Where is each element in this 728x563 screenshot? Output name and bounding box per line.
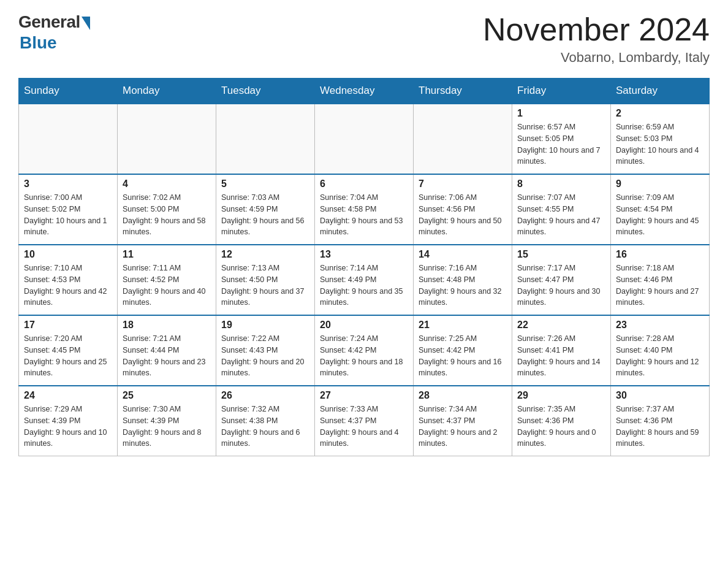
calendar-cell: 29Sunrise: 7:35 AM Sunset: 4:36 PM Dayli… bbox=[512, 386, 611, 456]
day-number: 6 bbox=[320, 178, 408, 190]
calendar-cell bbox=[414, 104, 512, 174]
calendar-cell: 5Sunrise: 7:03 AM Sunset: 4:59 PM Daylig… bbox=[216, 174, 315, 245]
calendar-day-header: Thursday bbox=[414, 79, 512, 104]
day-info: Sunrise: 7:03 AM Sunset: 4:59 PM Dayligh… bbox=[221, 192, 309, 238]
calendar-cell: 16Sunrise: 7:18 AM Sunset: 4:46 PM Dayli… bbox=[611, 245, 710, 315]
day-info: Sunrise: 7:20 AM Sunset: 4:45 PM Dayligh… bbox=[24, 333, 112, 379]
calendar-cell bbox=[315, 104, 414, 174]
calendar-day-header: Sunday bbox=[19, 79, 118, 104]
calendar-cell: 15Sunrise: 7:17 AM Sunset: 4:47 PM Dayli… bbox=[512, 245, 611, 315]
calendar-cell: 20Sunrise: 7:24 AM Sunset: 4:42 PM Dayli… bbox=[315, 315, 414, 386]
day-info: Sunrise: 7:16 AM Sunset: 4:48 PM Dayligh… bbox=[419, 262, 507, 308]
day-number: 23 bbox=[616, 320, 704, 331]
title-block: November 2024 Vobarno, Lombardy, Italy bbox=[483, 12, 710, 66]
calendar-day-header: Monday bbox=[118, 79, 216, 104]
day-info: Sunrise: 7:17 AM Sunset: 4:47 PM Dayligh… bbox=[517, 262, 605, 308]
calendar-day-header: Saturday bbox=[611, 79, 710, 104]
calendar-cell: 4Sunrise: 7:02 AM Sunset: 5:00 PM Daylig… bbox=[118, 174, 216, 245]
day-number: 20 bbox=[320, 320, 408, 331]
day-number: 18 bbox=[123, 320, 211, 331]
day-info: Sunrise: 7:10 AM Sunset: 4:53 PM Dayligh… bbox=[24, 262, 112, 308]
day-number: 27 bbox=[320, 390, 408, 401]
day-info: Sunrise: 7:30 AM Sunset: 4:39 PM Dayligh… bbox=[123, 404, 211, 450]
day-info: Sunrise: 6:57 AM Sunset: 5:05 PM Dayligh… bbox=[517, 121, 605, 167]
day-info: Sunrise: 7:21 AM Sunset: 4:44 PM Dayligh… bbox=[123, 333, 211, 379]
day-number: 1 bbox=[517, 108, 605, 119]
day-number: 25 bbox=[123, 390, 211, 401]
calendar-cell: 1Sunrise: 6:57 AM Sunset: 5:05 PM Daylig… bbox=[512, 104, 611, 174]
calendar-cell: 9Sunrise: 7:09 AM Sunset: 4:54 PM Daylig… bbox=[611, 174, 710, 245]
calendar-cell bbox=[19, 104, 118, 174]
calendar-cell: 12Sunrise: 7:13 AM Sunset: 4:50 PM Dayli… bbox=[216, 245, 315, 315]
calendar-day-header: Friday bbox=[512, 79, 611, 104]
day-number: 8 bbox=[517, 178, 605, 190]
calendar-cell: 11Sunrise: 7:11 AM Sunset: 4:52 PM Dayli… bbox=[118, 245, 216, 315]
day-number: 16 bbox=[616, 249, 704, 260]
calendar-day-header: Tuesday bbox=[216, 79, 315, 104]
day-number: 24 bbox=[24, 390, 112, 401]
day-number: 22 bbox=[517, 320, 605, 331]
day-info: Sunrise: 7:26 AM Sunset: 4:41 PM Dayligh… bbox=[517, 333, 605, 379]
day-number: 26 bbox=[221, 390, 309, 401]
day-info: Sunrise: 7:29 AM Sunset: 4:39 PM Dayligh… bbox=[24, 404, 112, 450]
day-number: 2 bbox=[616, 108, 704, 119]
day-info: Sunrise: 7:09 AM Sunset: 4:54 PM Dayligh… bbox=[616, 192, 704, 238]
calendar-cell: 21Sunrise: 7:25 AM Sunset: 4:42 PM Dayli… bbox=[414, 315, 512, 386]
calendar-table: SundayMondayTuesdayWednesdayThursdayFrid… bbox=[18, 78, 710, 456]
calendar-cell: 7Sunrise: 7:06 AM Sunset: 4:56 PM Daylig… bbox=[414, 174, 512, 245]
logo-blue-text: Blue bbox=[20, 33, 57, 53]
calendar-cell: 22Sunrise: 7:26 AM Sunset: 4:41 PM Dayli… bbox=[512, 315, 611, 386]
calendar-cell: 30Sunrise: 7:37 AM Sunset: 4:36 PM Dayli… bbox=[611, 386, 710, 456]
calendar-cell: 24Sunrise: 7:29 AM Sunset: 4:39 PM Dayli… bbox=[19, 386, 118, 456]
logo-arrow-icon bbox=[82, 17, 90, 30]
page-header: General Blue November 2024 Vobarno, Lomb… bbox=[18, 12, 710, 66]
calendar-cell: 2Sunrise: 6:59 AM Sunset: 5:03 PM Daylig… bbox=[611, 104, 710, 174]
calendar-cell bbox=[118, 104, 216, 174]
calendar-cell: 17Sunrise: 7:20 AM Sunset: 4:45 PM Dayli… bbox=[19, 315, 118, 386]
calendar-cell: 18Sunrise: 7:21 AM Sunset: 4:44 PM Dayli… bbox=[118, 315, 216, 386]
calendar-cell: 19Sunrise: 7:22 AM Sunset: 4:43 PM Dayli… bbox=[216, 315, 315, 386]
calendar-cell: 26Sunrise: 7:32 AM Sunset: 4:38 PM Dayli… bbox=[216, 386, 315, 456]
day-info: Sunrise: 7:02 AM Sunset: 5:00 PM Dayligh… bbox=[123, 192, 211, 238]
calendar-cell: 27Sunrise: 7:33 AM Sunset: 4:37 PM Dayli… bbox=[315, 386, 414, 456]
day-info: Sunrise: 7:18 AM Sunset: 4:46 PM Dayligh… bbox=[616, 262, 704, 308]
calendar-week-row: 10Sunrise: 7:10 AM Sunset: 4:53 PM Dayli… bbox=[19, 245, 710, 315]
calendar-week-row: 24Sunrise: 7:29 AM Sunset: 4:39 PM Dayli… bbox=[19, 386, 710, 456]
day-number: 9 bbox=[616, 178, 704, 190]
calendar-cell: 25Sunrise: 7:30 AM Sunset: 4:39 PM Dayli… bbox=[118, 386, 216, 456]
day-number: 12 bbox=[221, 249, 309, 260]
calendar-cell bbox=[216, 104, 315, 174]
day-info: Sunrise: 7:13 AM Sunset: 4:50 PM Dayligh… bbox=[221, 262, 309, 308]
calendar-cell: 8Sunrise: 7:07 AM Sunset: 4:55 PM Daylig… bbox=[512, 174, 611, 245]
calendar-cell: 10Sunrise: 7:10 AM Sunset: 4:53 PM Dayli… bbox=[19, 245, 118, 315]
day-info: Sunrise: 7:33 AM Sunset: 4:37 PM Dayligh… bbox=[320, 404, 408, 450]
day-info: Sunrise: 7:32 AM Sunset: 4:38 PM Dayligh… bbox=[221, 404, 309, 450]
day-number: 13 bbox=[320, 249, 408, 260]
day-info: Sunrise: 6:59 AM Sunset: 5:03 PM Dayligh… bbox=[616, 121, 704, 167]
day-info: Sunrise: 7:00 AM Sunset: 5:02 PM Dayligh… bbox=[24, 192, 112, 238]
day-number: 3 bbox=[24, 178, 112, 190]
calendar-week-row: 17Sunrise: 7:20 AM Sunset: 4:45 PM Dayli… bbox=[19, 315, 710, 386]
day-info: Sunrise: 7:06 AM Sunset: 4:56 PM Dayligh… bbox=[419, 192, 507, 238]
day-info: Sunrise: 7:11 AM Sunset: 4:52 PM Dayligh… bbox=[123, 262, 211, 308]
calendar-header-row: SundayMondayTuesdayWednesdayThursdayFrid… bbox=[19, 79, 710, 104]
calendar-cell: 13Sunrise: 7:14 AM Sunset: 4:49 PM Dayli… bbox=[315, 245, 414, 315]
calendar-week-row: 3Sunrise: 7:00 AM Sunset: 5:02 PM Daylig… bbox=[19, 174, 710, 245]
day-number: 7 bbox=[419, 178, 507, 190]
day-number: 17 bbox=[24, 320, 112, 331]
day-number: 19 bbox=[221, 320, 309, 331]
day-number: 15 bbox=[517, 249, 605, 260]
day-number: 29 bbox=[517, 390, 605, 401]
logo-general-text: General bbox=[18, 12, 80, 32]
calendar-cell: 23Sunrise: 7:28 AM Sunset: 4:40 PM Dayli… bbox=[611, 315, 710, 386]
day-number: 5 bbox=[221, 178, 309, 190]
day-number: 4 bbox=[123, 178, 211, 190]
calendar-week-row: 1Sunrise: 6:57 AM Sunset: 5:05 PM Daylig… bbox=[19, 104, 710, 174]
month-title: November 2024 bbox=[483, 12, 710, 47]
calendar-cell: 14Sunrise: 7:16 AM Sunset: 4:48 PM Dayli… bbox=[414, 245, 512, 315]
day-number: 28 bbox=[419, 390, 507, 401]
day-info: Sunrise: 7:14 AM Sunset: 4:49 PM Dayligh… bbox=[320, 262, 408, 308]
calendar-cell: 3Sunrise: 7:00 AM Sunset: 5:02 PM Daylig… bbox=[19, 174, 118, 245]
calendar-day-header: Wednesday bbox=[315, 79, 414, 104]
day-info: Sunrise: 7:07 AM Sunset: 4:55 PM Dayligh… bbox=[517, 192, 605, 238]
